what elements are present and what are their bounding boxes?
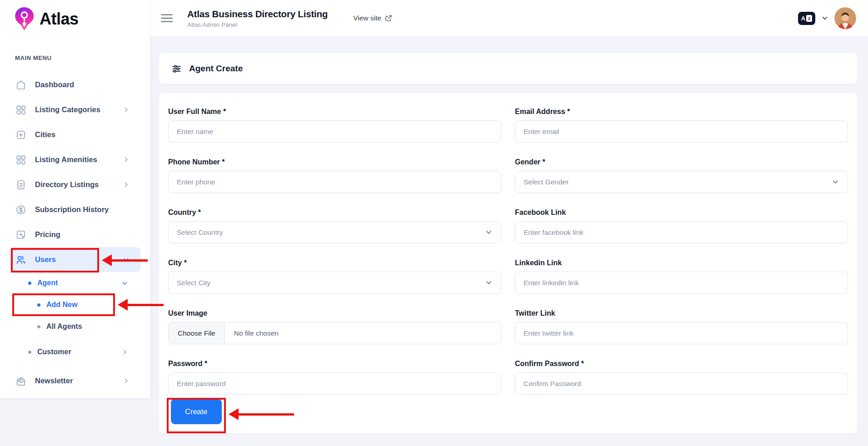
sidebar-item-newsletter[interactable]: Newsletter bbox=[0, 368, 150, 393]
page-subtitle: Atlas Admin Panel bbox=[187, 21, 328, 28]
sidebar-item-label: Directory Listings bbox=[35, 180, 99, 189]
clipboard-list-icon bbox=[15, 179, 27, 191]
field-label: Gender * bbox=[515, 158, 848, 166]
submit-row: Create bbox=[168, 399, 848, 424]
email-input[interactable] bbox=[515, 120, 848, 143]
sidebar-item-label: Dashboard bbox=[35, 80, 74, 89]
agent-create-form-card: User Full Name * Email Address * Phone N… bbox=[159, 93, 857, 433]
sidebar-item-listing-amenities[interactable]: Listing Amenities bbox=[0, 147, 150, 172]
user-image-field: User Image Choose File No file chosen bbox=[168, 309, 501, 344]
phone-number-field: Phone Number * bbox=[168, 158, 501, 193]
sidebar-item-pricing[interactable]: Pricing bbox=[0, 222, 150, 247]
user-full-name-field: User Full Name * bbox=[168, 108, 501, 143]
topbar: Atlas Business Directory Listing Atlas A… bbox=[150, 0, 868, 36]
select-placeholder: Select Gender bbox=[524, 178, 569, 186]
linkedin-link-field: Linkedin Link bbox=[515, 259, 848, 294]
sidebar-item-label: Listing Categories bbox=[35, 105, 100, 114]
sliders-icon bbox=[171, 64, 182, 74]
submenu-item-all-agents[interactable]: All Agents bbox=[0, 316, 150, 337]
field-label: City * bbox=[168, 259, 501, 267]
field-label: Country * bbox=[168, 208, 501, 217]
chevron-right-icon bbox=[123, 181, 130, 188]
users-icon bbox=[15, 254, 27, 266]
home-icon bbox=[15, 79, 27, 91]
field-label: Phone Number * bbox=[168, 158, 501, 166]
password-input[interactable] bbox=[168, 372, 501, 395]
page-title-block: Atlas Business Directory Listing Atlas A… bbox=[187, 9, 328, 28]
confirm-password-input[interactable] bbox=[515, 372, 848, 395]
plus-square-icon bbox=[15, 129, 27, 141]
card-title: Agent Create bbox=[189, 64, 243, 74]
chevron-right-icon bbox=[123, 377, 130, 384]
submenu-item-label: Agent bbox=[37, 279, 58, 287]
country-select[interactable]: Select Country bbox=[168, 221, 501, 243]
translate-icon[interactable]: A z bbox=[798, 12, 815, 25]
create-button[interactable]: Create bbox=[171, 399, 222, 424]
sidebar: Atlas MAIN MENU Dashboard Listing Catego… bbox=[0, 0, 150, 398]
name-input[interactable] bbox=[168, 120, 501, 143]
sidebar-item-label: Users bbox=[35, 255, 56, 264]
field-label: Confirm Password * bbox=[515, 360, 848, 368]
chevron-down-icon bbox=[123, 256, 130, 263]
chevron-right-icon bbox=[123, 156, 130, 163]
select-placeholder: Select City bbox=[177, 279, 210, 287]
twitter-link-field: Twitter Link bbox=[515, 309, 848, 344]
view-site-label: View site bbox=[353, 14, 381, 22]
choose-file-button[interactable]: Choose File bbox=[169, 322, 225, 344]
file-status-text: No file chosen bbox=[225, 322, 279, 344]
hamburger-menu-icon[interactable] bbox=[161, 14, 173, 23]
agent-create-header-card: Agent Create bbox=[159, 53, 857, 84]
submenu-item-label: All Agents bbox=[46, 322, 82, 331]
submenu-item-add-new[interactable]: Add New bbox=[0, 294, 150, 316]
chevron-down-icon[interactable] bbox=[821, 15, 828, 22]
chevron-down-icon bbox=[121, 280, 128, 287]
bullet-icon bbox=[37, 325, 40, 328]
app-root: Atlas MAIN MENU Dashboard Listing Catego… bbox=[0, 0, 868, 446]
sidebar-item-dashboard[interactable]: Dashboard bbox=[0, 72, 150, 97]
sidebar-item-label: Pricing bbox=[35, 230, 60, 239]
submenu-item-customer[interactable]: Customer bbox=[0, 341, 150, 363]
gender-field: Gender * Select Gender bbox=[515, 158, 848, 193]
select-placeholder: Select Country bbox=[177, 228, 223, 237]
field-label: Facebook Link bbox=[515, 208, 848, 217]
sidebar-item-directory-listings[interactable]: Directory Listings bbox=[0, 172, 150, 197]
gender-select[interactable]: Select Gender bbox=[515, 171, 848, 193]
sidebar-item-label: Listing Amenities bbox=[35, 155, 97, 164]
topbar-right-cluster: A z bbox=[798, 7, 868, 29]
field-label: Twitter Link bbox=[515, 309, 848, 317]
form-grid: User Full Name * Email Address * Phone N… bbox=[168, 108, 848, 410]
chevron-down-icon bbox=[485, 279, 493, 287]
sidebar-item-listing-categories[interactable]: Listing Categories bbox=[0, 97, 150, 122]
brand-logo[interactable]: Atlas bbox=[0, 0, 150, 32]
grid-icon bbox=[15, 154, 27, 166]
view-site-link[interactable]: View site bbox=[353, 14, 392, 22]
facebook-input[interactable] bbox=[515, 221, 848, 243]
file-plus-icon bbox=[15, 229, 27, 241]
bullet-icon bbox=[28, 351, 31, 354]
sidebar-item-label: Subscription History bbox=[35, 205, 109, 214]
twitter-input[interactable] bbox=[515, 322, 848, 344]
sidebar-nav: Dashboard Listing Categories Cities List… bbox=[0, 72, 150, 393]
phone-input[interactable] bbox=[168, 171, 501, 193]
facebook-link-field: Facebook Link bbox=[515, 208, 848, 243]
chevron-right-icon bbox=[121, 349, 128, 356]
sidebar-item-subscription-history[interactable]: Subscription History bbox=[0, 197, 150, 222]
sidebar-item-cities[interactable]: Cities bbox=[0, 122, 150, 147]
mail-open-icon bbox=[15, 375, 27, 387]
email-address-field: Email Address * bbox=[515, 108, 848, 143]
sidebar-section-label: MAIN MENU bbox=[15, 55, 150, 61]
chevron-down-icon bbox=[832, 178, 839, 186]
sidebar-item-users[interactable]: Users bbox=[10, 247, 141, 272]
brand-name: Atlas bbox=[40, 10, 79, 29]
user-image-file-input[interactable]: Choose File No file chosen bbox=[168, 322, 501, 344]
external-link-icon bbox=[385, 15, 392, 22]
main-content: Agent Create User Full Name * Email Addr… bbox=[150, 36, 868, 446]
linkedin-input[interactable] bbox=[515, 272, 848, 294]
password-field: Password * bbox=[168, 360, 501, 395]
bullet-icon bbox=[37, 303, 40, 307]
user-avatar[interactable] bbox=[834, 7, 856, 29]
field-label: Email Address * bbox=[515, 108, 848, 116]
submenu-item-agent[interactable]: Agent bbox=[0, 272, 150, 294]
submenu-item-label: Customer bbox=[37, 348, 71, 356]
city-select[interactable]: Select City bbox=[168, 272, 501, 294]
